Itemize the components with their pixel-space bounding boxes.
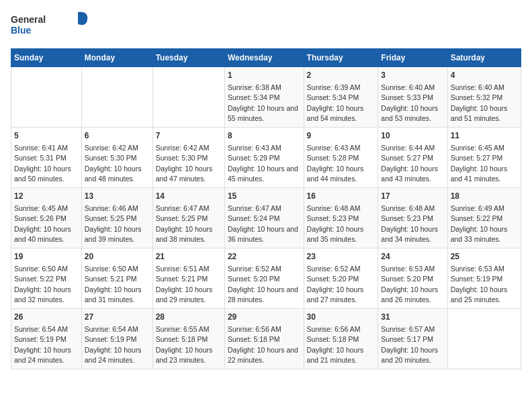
day-sunset: Sunset: 5:31 PM <box>14 154 66 162</box>
calendar-week-row: 5Sunrise: 6:41 AMSunset: 5:31 PMDaylight… <box>11 128 521 188</box>
calendar-cell: 23Sunrise: 6:52 AMSunset: 5:20 PMDayligh… <box>304 248 378 309</box>
day-sunrise: Sunrise: 6:48 AM <box>381 204 435 212</box>
day-number: 9 <box>307 130 375 142</box>
day-number: 22 <box>228 251 301 263</box>
day-sunset: Sunset: 5:23 PM <box>381 214 433 222</box>
day-daylight: Daylight: 10 hours and 45 minutes. <box>228 165 298 183</box>
day-daylight: Daylight: 10 hours and 53 minutes. <box>381 104 438 122</box>
day-number: 12 <box>14 191 79 202</box>
calendar-cell: 30Sunrise: 6:56 AMSunset: 5:18 PMDayligh… <box>304 309 378 369</box>
calendar-cell: 22Sunrise: 6:52 AMSunset: 5:20 PMDayligh… <box>224 248 304 309</box>
day-number: 5 <box>14 130 79 142</box>
day-sunrise: Sunrise: 6:43 AM <box>228 144 281 152</box>
calendar-cell: 13Sunrise: 6:46 AMSunset: 5:25 PMDayligh… <box>81 188 152 248</box>
day-header-tuesday: Tuesday <box>152 49 224 67</box>
calendar-table: SundayMondayTuesdayWednesdayThursdayFrid… <box>11 48 521 369</box>
calendar-cell: 7Sunrise: 6:42 AMSunset: 5:30 PMDaylight… <box>152 128 224 188</box>
day-sunrise: Sunrise: 6:49 AM <box>451 204 504 212</box>
calendar-cell: 26Sunrise: 6:54 AMSunset: 5:19 PMDayligh… <box>11 309 82 369</box>
day-sunrise: Sunrise: 6:39 AM <box>307 83 361 91</box>
calendar-cell: 12Sunrise: 6:45 AMSunset: 5:26 PMDayligh… <box>11 188 82 248</box>
day-sunset: Sunset: 5:20 PM <box>307 275 359 283</box>
day-number: 11 <box>451 130 518 142</box>
day-sunrise: Sunrise: 6:50 AM <box>85 265 138 273</box>
day-sunrise: Sunrise: 6:53 AM <box>381 265 435 273</box>
day-sunset: Sunset: 5:19 PM <box>14 335 66 343</box>
day-daylight: Daylight: 10 hours and 26 minutes. <box>381 285 438 304</box>
day-sunrise: Sunrise: 6:41 AM <box>14 144 68 152</box>
day-number: 2 <box>307 70 375 81</box>
day-sunset: Sunset: 5:25 PM <box>156 214 208 222</box>
day-sunrise: Sunrise: 6:45 AM <box>451 144 504 152</box>
day-sunset: Sunset: 5:30 PM <box>156 154 208 162</box>
day-sunset: Sunset: 5:33 PM <box>381 93 433 101</box>
day-sunset: Sunset: 5:22 PM <box>451 214 503 222</box>
day-number: 15 <box>228 191 301 202</box>
day-number: 6 <box>85 130 150 142</box>
day-sunset: Sunset: 5:30 PM <box>85 154 137 162</box>
day-number: 19 <box>14 251 79 263</box>
calendar-cell: 28Sunrise: 6:55 AMSunset: 5:18 PMDayligh… <box>152 309 224 369</box>
day-sunset: Sunset: 5:26 PM <box>14 214 66 222</box>
day-sunrise: Sunrise: 6:42 AM <box>85 144 138 152</box>
day-sunset: Sunset: 5:19 PM <box>451 275 503 283</box>
day-sunrise: Sunrise: 6:44 AM <box>381 144 435 152</box>
day-sunrise: Sunrise: 6:45 AM <box>14 204 68 212</box>
day-daylight: Daylight: 10 hours and 29 minutes. <box>156 285 213 304</box>
day-daylight: Daylight: 10 hours and 51 minutes. <box>451 104 508 122</box>
day-number: 21 <box>156 251 222 263</box>
day-header-monday: Monday <box>81 49 152 67</box>
calendar-cell <box>81 67 152 128</box>
calendar-header-row: SundayMondayTuesdayWednesdayThursdayFrid… <box>11 49 521 67</box>
calendar-cell: 10Sunrise: 6:44 AMSunset: 5:27 PMDayligh… <box>378 128 447 188</box>
day-sunrise: Sunrise: 6:57 AM <box>381 325 435 333</box>
day-number: 3 <box>381 70 444 81</box>
day-number: 13 <box>85 191 150 202</box>
day-sunrise: Sunrise: 6:51 AM <box>156 265 210 273</box>
day-sunrise: Sunrise: 6:40 AM <box>451 83 504 91</box>
calendar-cell: 19Sunrise: 6:50 AMSunset: 5:22 PMDayligh… <box>11 248 82 309</box>
day-sunset: Sunset: 5:27 PM <box>381 154 433 162</box>
day-sunset: Sunset: 5:34 PM <box>307 93 359 101</box>
day-sunset: Sunset: 5:27 PM <box>451 154 503 162</box>
day-sunrise: Sunrise: 6:47 AM <box>156 204 210 212</box>
calendar-cell <box>447 309 521 369</box>
day-sunrise: Sunrise: 6:46 AM <box>85 204 138 212</box>
day-number: 4 <box>451 70 518 81</box>
day-daylight: Daylight: 10 hours and 24 minutes. <box>14 346 71 364</box>
day-sunrise: Sunrise: 6:54 AM <box>85 325 138 333</box>
day-daylight: Daylight: 10 hours and 25 minutes. <box>451 285 508 304</box>
calendar-week-row: 1Sunrise: 6:38 AMSunset: 5:34 PMDaylight… <box>11 67 521 128</box>
day-daylight: Daylight: 10 hours and 39 minutes. <box>85 225 142 243</box>
day-daylight: Daylight: 10 hours and 35 minutes. <box>307 225 364 243</box>
day-sunset: Sunset: 5:22 PM <box>14 275 66 283</box>
day-daylight: Daylight: 10 hours and 41 minutes. <box>451 165 508 183</box>
day-daylight: Daylight: 10 hours and 28 minutes. <box>228 285 298 304</box>
calendar-cell: 3Sunrise: 6:40 AMSunset: 5:33 PMDaylight… <box>378 67 447 128</box>
day-sunset: Sunset: 5:21 PM <box>85 275 137 283</box>
day-number: 7 <box>156 130 222 142</box>
calendar-cell: 27Sunrise: 6:54 AMSunset: 5:19 PMDayligh… <box>81 309 152 369</box>
day-sunset: Sunset: 5:17 PM <box>381 335 433 343</box>
day-header-saturday: Saturday <box>447 49 521 67</box>
day-daylight: Daylight: 10 hours and 36 minutes. <box>228 225 298 243</box>
day-sunset: Sunset: 5:24 PM <box>228 214 280 222</box>
calendar-cell: 14Sunrise: 6:47 AMSunset: 5:25 PMDayligh… <box>152 188 224 248</box>
calendar-cell: 15Sunrise: 6:47 AMSunset: 5:24 PMDayligh… <box>224 188 304 248</box>
day-daylight: Daylight: 10 hours and 54 minutes. <box>307 104 364 122</box>
day-number: 1 <box>228 70 301 81</box>
day-header-thursday: Thursday <box>304 49 378 67</box>
day-daylight: Daylight: 10 hours and 43 minutes. <box>381 165 438 183</box>
day-daylight: Daylight: 10 hours and 34 minutes. <box>381 225 438 243</box>
calendar-cell: 6Sunrise: 6:42 AMSunset: 5:30 PMDaylight… <box>81 128 152 188</box>
day-number: 27 <box>85 312 150 323</box>
day-number: 23 <box>307 251 375 263</box>
calendar-cell: 2Sunrise: 6:39 AMSunset: 5:34 PMDaylight… <box>304 67 378 128</box>
day-number: 25 <box>451 251 518 263</box>
calendar-cell: 29Sunrise: 6:56 AMSunset: 5:18 PMDayligh… <box>224 309 304 369</box>
day-number: 20 <box>85 251 150 263</box>
calendar-cell: 8Sunrise: 6:43 AMSunset: 5:29 PMDaylight… <box>224 128 304 188</box>
day-sunrise: Sunrise: 6:54 AM <box>14 325 68 333</box>
day-sunset: Sunset: 5:32 PM <box>451 93 503 101</box>
calendar-cell: 25Sunrise: 6:53 AMSunset: 5:19 PMDayligh… <box>447 248 521 309</box>
